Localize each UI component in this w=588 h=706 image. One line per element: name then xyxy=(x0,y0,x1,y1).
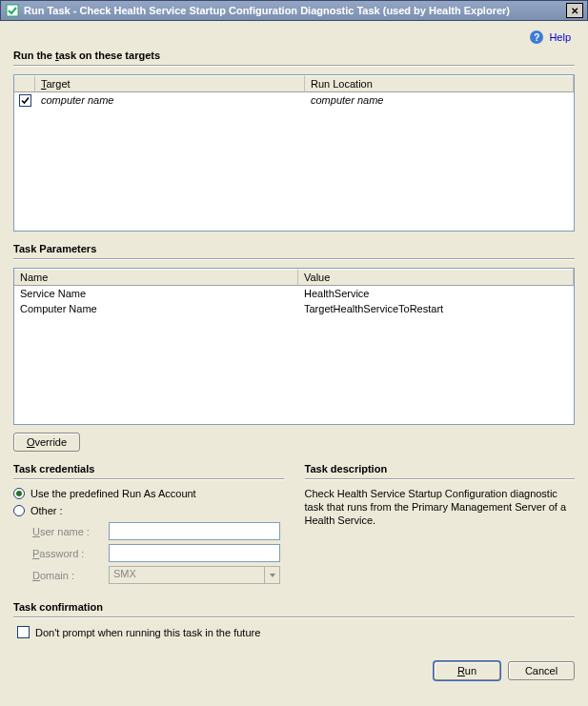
help-link[interactable]: Help xyxy=(549,31,571,43)
domain-value: SMX xyxy=(110,567,264,583)
params-section-title: Task Parameters xyxy=(13,243,575,254)
help-icon[interactable]: ? xyxy=(530,30,543,44)
dont-prompt-row[interactable]: Don't prompt when running this task in t… xyxy=(17,626,575,638)
radio-icon xyxy=(13,505,25,516)
column-run-location[interactable]: Run Location xyxy=(305,75,574,92)
app-icon xyxy=(5,3,20,18)
cell-param-value: HealthService xyxy=(298,287,574,300)
cell-param-name: Service Name xyxy=(14,287,298,300)
password-field xyxy=(109,544,280,562)
radio-other-label: Other : xyxy=(30,505,63,516)
cell-run-location: computer name xyxy=(305,93,574,107)
targets-section-title: Run the task on these targets xyxy=(13,50,575,61)
domain-combo: SMX xyxy=(109,566,280,584)
cell-param-name: Computer Name xyxy=(14,302,298,315)
title-bar[interactable]: Run Task - Check Health Service Startup … xyxy=(0,0,588,21)
table-row[interactable]: Service Name HealthService xyxy=(14,286,574,301)
dont-prompt-label: Don't prompt when running this task in t… xyxy=(35,627,260,638)
close-button[interactable]: ✕ xyxy=(566,3,583,18)
column-checkbox[interactable] xyxy=(14,75,35,92)
row-checkbox[interactable] xyxy=(19,94,31,107)
password-label: Password : xyxy=(32,548,109,559)
confirmation-section-title: Task confirmation xyxy=(13,601,575,613)
username-field xyxy=(109,522,280,540)
radio-predefined[interactable]: Use the predefined Run As Account xyxy=(13,488,284,499)
radio-predefined-label: Use the predefined Run As Account xyxy=(30,488,196,499)
radio-other[interactable]: Other : xyxy=(13,505,284,516)
table-row[interactable]: Computer Name TargetHealthServiceToResta… xyxy=(14,301,574,316)
column-target[interactable]: Target xyxy=(35,75,305,92)
cell-param-value: TargetHealthServiceToRestart xyxy=(298,302,574,315)
credentials-section-title: Task credentials xyxy=(13,463,284,474)
description-text: Check Health Service Startup Configurati… xyxy=(305,488,576,527)
domain-label: Domain : xyxy=(32,570,109,581)
column-name[interactable]: Name xyxy=(14,269,298,286)
targets-grid: Target Run Location computer name comput… xyxy=(13,74,575,232)
override-button[interactable]: Override xyxy=(13,433,80,452)
description-section-title: Task description xyxy=(305,463,576,474)
params-grid: Name Value Service Name HealthService Co… xyxy=(13,268,575,425)
radio-icon xyxy=(13,488,25,499)
cancel-button[interactable]: Cancel xyxy=(508,661,575,680)
window-title: Run Task - Check Health Service Startup … xyxy=(24,5,566,16)
column-value[interactable]: Value xyxy=(298,269,574,286)
dont-prompt-checkbox[interactable] xyxy=(17,626,30,638)
table-row[interactable]: computer name computer name xyxy=(14,92,574,108)
chevron-down-icon xyxy=(264,567,279,583)
cell-target: computer name xyxy=(35,93,305,107)
svg-rect-0 xyxy=(7,5,18,16)
username-label: User name : xyxy=(32,526,109,537)
run-button[interactable]: Run xyxy=(434,661,500,680)
